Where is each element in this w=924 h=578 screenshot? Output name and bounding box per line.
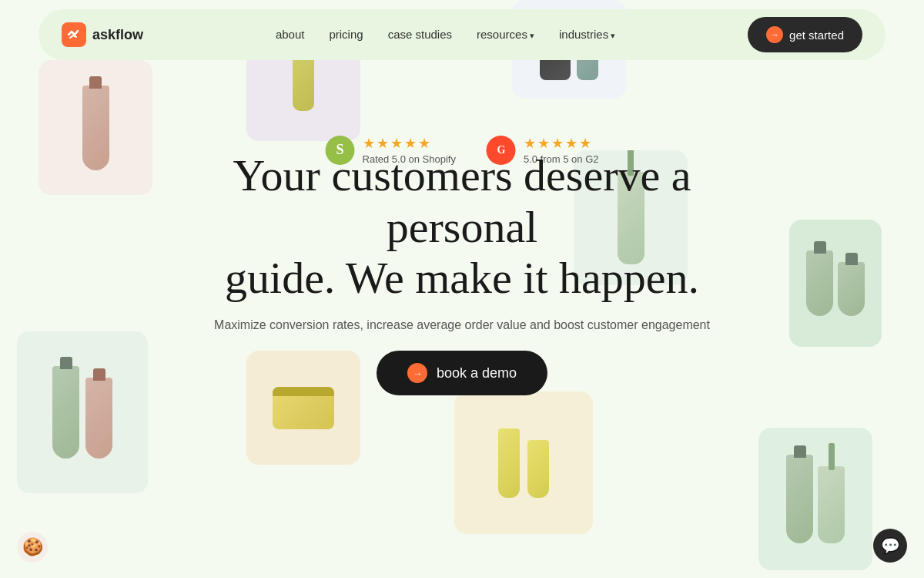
nav-link-industries[interactable]: industries [559, 28, 615, 41]
chat-icon: 💬 [881, 536, 900, 555]
chat-button[interactable]: 💬 [873, 529, 907, 563]
product-card-1 [38, 60, 152, 195]
product-card-6 [17, 331, 148, 493]
tube-6b [85, 378, 112, 459]
main-content: S ★★★★★ Rated 5.0 on Shopify G ★★★★★ 5.0… [0, 0, 924, 578]
hero-subtitle: Maximize conversion rates, increase aver… [192, 318, 732, 332]
product-card-8 [454, 391, 593, 534]
nav-item-case-studies[interactable]: case studies [388, 28, 452, 42]
get-started-arrow-icon: → [766, 26, 783, 43]
nav-link-pricing[interactable]: pricing [329, 28, 363, 41]
hero-title: Your customers deserve a personal guide.… [192, 150, 732, 304]
nav-link-resources[interactable]: resources [477, 28, 534, 41]
logo-text: askflow [92, 27, 143, 43]
nav-item-industries[interactable]: industries [559, 28, 615, 42]
tube-9a [786, 455, 813, 543]
oil-bottle-8b [527, 440, 549, 498]
book-demo-button[interactable]: → book a demo [377, 351, 547, 395]
cookie-button[interactable]: 🍪 [17, 532, 48, 563]
tube-product-1 [82, 86, 109, 170]
navbar: askflow about pricing case studies resou… [38, 9, 886, 60]
book-demo-label: book a demo [437, 365, 517, 381]
nav-item-pricing[interactable]: pricing [329, 28, 363, 42]
hero-text-block: Your customers deserve a personal guide.… [192, 150, 732, 355]
get-started-label: get started [789, 29, 844, 42]
tube-green-5b [838, 262, 865, 316]
product-card-5 [789, 220, 882, 347]
shopify-stars: ★★★★★ [363, 135, 456, 152]
oil-bottle-8a [498, 428, 520, 498]
g2-stars: ★★★★★ [524, 135, 599, 152]
logo-icon [62, 22, 86, 47]
tube-green-5a [806, 250, 833, 316]
product-card-9 [758, 428, 872, 570]
cookie-icon: 🍪 [22, 537, 43, 557]
logo[interactable]: askflow [62, 22, 143, 47]
dropper-9b [818, 466, 845, 543]
nav-item-about[interactable]: about [276, 28, 305, 42]
nav-links: about pricing case studies resources ind… [276, 28, 615, 42]
jar-7 [273, 387, 334, 429]
nav-item-resources[interactable]: resources [477, 28, 534, 42]
tube-green-6a [52, 366, 79, 459]
book-demo-arrow-icon: → [407, 363, 427, 383]
product-card-7 [246, 351, 360, 465]
nav-link-case-studies[interactable]: case studies [388, 28, 452, 41]
nav-link-about[interactable]: about [276, 28, 305, 41]
get-started-button[interactable]: → get started [748, 17, 862, 52]
